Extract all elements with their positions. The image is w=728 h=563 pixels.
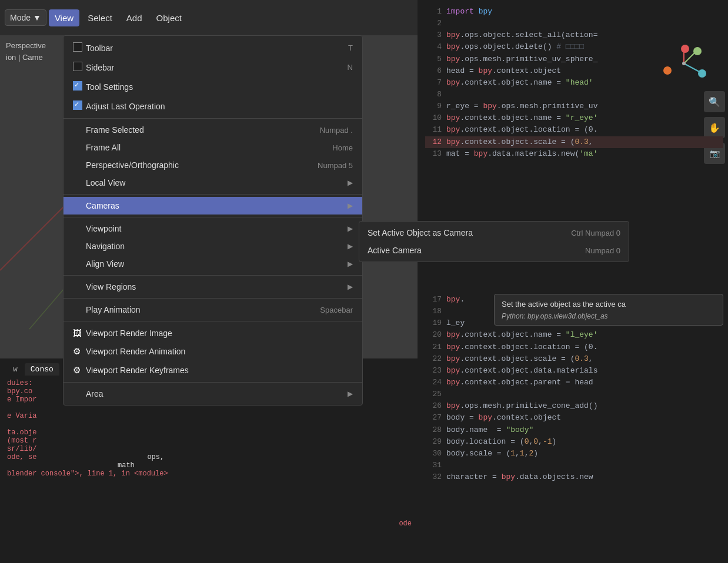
viewport-camera-label: ion | Came: [6, 53, 43, 62]
submenu-active-camera[interactable]: Active Camera Numpad 0: [359, 242, 629, 259]
active-camera-label: Active Camera: [368, 246, 585, 255]
code-line-9: 9 r_eye = bpy.ops.mesh.primitive_uv: [425, 100, 723, 112]
menu-item-sidebar[interactable]: Sidebar N: [64, 58, 362, 77]
console-line-varia: e Varia: [7, 412, 410, 420]
code-line-12: 12 bpy.context.object.scale = (0.3,: [425, 136, 723, 148]
menu-item-cameras[interactable]: Cameras ▶: [64, 197, 362, 215]
render-animation-label: Viewport Render Animation: [86, 347, 353, 356]
align-view-arrow: ▶: [348, 260, 353, 268]
console-line-taobj: ta.obje: [7, 428, 410, 437]
mode-label: Mode: [10, 13, 31, 22]
divider-6: [64, 321, 362, 321]
divider-4: [64, 275, 362, 276]
code-line-31: 31: [425, 460, 723, 471]
menu-item-render-keyframes[interactable]: ⚙ Viewport Render Keyframes: [64, 361, 362, 380]
menu-select[interactable]: Select: [82, 9, 118, 26]
local-view-label: Local View: [86, 178, 343, 187]
console-line-most: (most r: [7, 437, 410, 445]
divider-1: [64, 118, 362, 119]
play-animation-shortcut: Spacebar: [320, 306, 353, 314]
view-dropdown-menu: Toolbar T Sidebar N Tool Settings Adjust…: [63, 35, 363, 406]
navigation-arrow: ▶: [348, 242, 353, 250]
menu-item-toolbar[interactable]: Toolbar T: [64, 38, 362, 58]
code-line-8: 8: [425, 89, 723, 100]
code-line-13: 13 mat = bpy.data.materials.new('ma': [425, 148, 723, 160]
code-line-11: 11 bpy.context.object.location = (0.: [425, 124, 723, 136]
code-line-24: 24 bpy.context.object.parent = head: [425, 377, 723, 388]
render-keyframes-label: Viewport Render Keyframes: [86, 366, 353, 375]
menu-object[interactable]: Object: [151, 9, 188, 26]
menu-item-viewpoint[interactable]: Viewpoint ▶: [64, 220, 362, 237]
sidebar-checkbox: [73, 62, 86, 73]
menu-item-play-animation[interactable]: Play Animation Spacebar: [64, 301, 362, 319]
menu-add[interactable]: Add: [121, 9, 148, 26]
code-line-6: 6 head = bpy.context.object: [425, 65, 723, 77]
navigation-label: Navigation: [86, 242, 343, 251]
mode-dropdown[interactable]: Mode ▼: [5, 9, 46, 26]
viewpoint-label: Viewpoint: [86, 224, 343, 233]
console-tab-w[interactable]: w: [7, 363, 24, 376]
submenu-set-active-camera[interactable]: Set Active Object as Camera Ctrl Numpad …: [359, 224, 629, 242]
menu-item-frame-selected[interactable]: Frame Selected Numpad .: [64, 121, 362, 139]
code-line-22: 22 bpy.context.object.scale = (0.3,: [425, 353, 723, 365]
top-menubar: Mode ▼ View Select Add Object: [0, 0, 418, 35]
menu-item-align-view[interactable]: Align View ▶: [64, 255, 362, 273]
tooltip-python: Python: bpy.ops.view3d.object_as: [502, 312, 716, 320]
active-camera-shortcut: Numpad 0: [585, 246, 620, 255]
code-line-20: 20 bpy.context.object.name = "l_eye': [425, 329, 723, 341]
code-line-21: 21 bpy.context.object.location = (0.: [425, 341, 723, 353]
code-line-5: 5 bpy.ops.mesh.primitive_uv_sphere_: [425, 53, 723, 65]
divider-7: [64, 382, 362, 383]
local-view-arrow: ▶: [348, 179, 353, 187]
menu-item-render-image[interactable]: 🖼 Viewport Render Image: [64, 324, 362, 342]
toolbar-label: Toolbar: [86, 43, 325, 53]
toolbar-checkbox: [73, 42, 86, 53]
menu-item-render-animation[interactable]: ⚙ Viewport Render Animation: [64, 342, 362, 361]
menu-item-area[interactable]: Area ▶: [64, 385, 362, 403]
tool-settings-label: Tool Settings: [86, 82, 329, 92]
code-line-27: 27 body = bpy.context.object: [425, 412, 723, 424]
axis-y-dot: [681, 45, 689, 53]
menu-item-adjust-last[interactable]: Adjust Last Operation: [64, 96, 362, 116]
adjust-last-checkbox: [73, 100, 86, 112]
toolbar-shortcut: T: [348, 43, 353, 52]
console-line-ops: ode, se ops,: [7, 453, 410, 461]
code-line-23: 23 bpy.context.object.data.materials: [425, 365, 723, 377]
menu-item-tool-settings[interactable]: Tool Settings: [64, 77, 362, 96]
divider-5: [64, 298, 362, 299]
divider-3: [64, 217, 362, 217]
console-line-blender: blender console">, line 1, in <module>: [7, 470, 410, 478]
console-line-lib: sr/lib/: [7, 445, 410, 453]
code-line-4: 4 bpy.ops.object.delete() # □□□□: [425, 41, 723, 53]
perspective-shortcut: Numpad 5: [318, 161, 353, 170]
frame-selected-shortcut: Numpad .: [320, 126, 353, 135]
align-view-label: Align View: [86, 259, 343, 269]
viewport-perspective-label: Perspective: [6, 41, 46, 50]
menu-item-perspective[interactable]: Perspective/Orthographic Numpad 5: [64, 156, 362, 174]
menu-item-local-view[interactable]: Local View ▶: [64, 174, 362, 192]
tooltip-description: Set the active object as the active ca: [502, 299, 716, 310]
menu-item-navigation[interactable]: Navigation ▶: [64, 237, 362, 255]
code-line-7: 7 bpy.context.object.name = "head': [425, 77, 723, 89]
render-image-label: Viewport Render Image: [86, 329, 353, 338]
menu-view[interactable]: View: [49, 9, 79, 26]
menu-item-frame-all[interactable]: Frame All Home: [64, 139, 362, 156]
frame-all-label: Frame All: [86, 143, 309, 152]
code-line-30: 30 body.scale = (1,1,2): [425, 448, 723, 460]
cameras-submenu: Set Active Object as Camera Ctrl Numpad …: [359, 221, 629, 262]
sidebar-label: Sidebar: [86, 63, 324, 72]
play-animation-label: Play Animation: [86, 305, 296, 314]
menu-item-view-regions[interactable]: View Regions ▶: [64, 278, 362, 296]
code-editor-bottom: 17 bpy. 18 19 l_ey 20 bpy.context.object…: [420, 288, 728, 563]
code-line-3: 3 bpy.ops.object.select_all(action=: [425, 29, 723, 41]
sidebar-shortcut: N: [348, 63, 353, 72]
cameras-arrow: ▶: [348, 202, 353, 210]
code-line-2: 2: [425, 18, 723, 29]
divider-2: [64, 194, 362, 195]
code-line-25: 25: [425, 388, 723, 400]
mode-chevron-icon: ▼: [33, 13, 41, 22]
console-tab-console[interactable]: Conso: [25, 363, 59, 376]
code-line-1: 1 import bpy: [425, 6, 723, 18]
viewpoint-arrow: ▶: [348, 224, 353, 233]
code-line-28: 28 body.name = "body": [425, 424, 723, 436]
